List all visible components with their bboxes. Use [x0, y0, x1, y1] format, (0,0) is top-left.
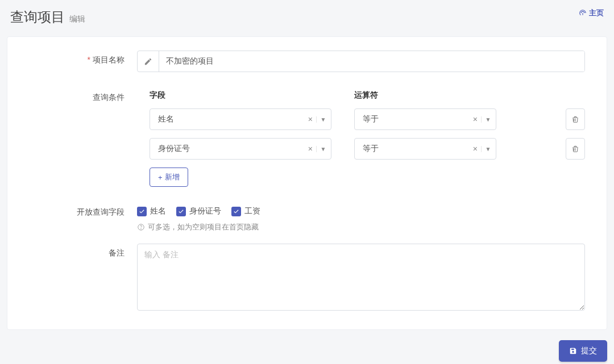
clear-icon[interactable]: × [306, 144, 315, 153]
trash-icon [571, 145, 579, 153]
plus-icon: + [158, 173, 163, 182]
row-project-name: *项目名称 [23, 51, 591, 72]
clear-icon[interactable]: × [471, 115, 480, 124]
label-conditions: 查询条件 [23, 88, 137, 187]
condition-row: 姓名 × ▼ 等于 × ▼ [137, 108, 585, 130]
dashboard-icon [579, 9, 587, 17]
open-fields-hint: 可多选，如为空则项目在首页隐藏 [137, 222, 585, 232]
project-name-input[interactable] [159, 51, 584, 72]
header-field: 字段 [150, 90, 354, 101]
trash-icon [571, 115, 579, 123]
add-condition-button[interactable]: + 新增 [150, 168, 188, 187]
label-remark: 备注 [23, 244, 137, 312]
project-name-input-group [137, 51, 585, 72]
required-mark: * [88, 55, 90, 64]
form-footer: 提交 [0, 330, 614, 362]
form-card: *项目名称 查询条件 字段 运算符 姓名 × ▼ [7, 36, 607, 330]
remark-textarea[interactable] [137, 244, 585, 311]
chevron-down-icon[interactable]: ▼ [481, 146, 491, 152]
help-icon [137, 223, 145, 231]
check-icon [139, 208, 145, 215]
field-select[interactable]: 姓名 × ▼ [150, 108, 331, 130]
save-icon [569, 347, 577, 355]
checkbox-name[interactable]: 姓名 [137, 206, 166, 216]
checkbox-salary[interactable]: 工资 [231, 206, 260, 216]
breadcrumb-home-label: 主页 [589, 8, 604, 18]
row-remark: 备注 [23, 244, 591, 312]
svg-point-1 [141, 229, 142, 229]
page-title: 查询项目 [10, 8, 65, 26]
check-icon [233, 208, 239, 215]
open-fields-checkbox-group: 姓名 身份证号 工资 [137, 203, 585, 216]
operator-select[interactable]: 等于 × ▼ [354, 138, 496, 160]
clear-icon[interactable]: × [306, 115, 315, 124]
checkbox-idcard[interactable]: 身份证号 [176, 206, 221, 216]
delete-condition-button[interactable] [566, 108, 585, 130]
label-project-name: *项目名称 [23, 51, 137, 72]
chevron-down-icon[interactable]: ▼ [316, 146, 326, 152]
submit-button[interactable]: 提交 [559, 340, 607, 362]
condition-row: 身份证号 × ▼ 等于 × ▼ [137, 138, 585, 160]
header-op: 运算符 [354, 90, 585, 101]
page-header: 查询项目 编辑 主页 [0, 0, 614, 36]
check-icon [178, 208, 184, 215]
conditions-header: 字段 运算符 [137, 88, 585, 108]
field-select[interactable]: 身份证号 × ▼ [150, 138, 331, 160]
breadcrumb-home[interactable]: 主页 [579, 8, 604, 18]
page-subtitle: 编辑 [69, 14, 85, 24]
row-conditions: 查询条件 字段 运算符 姓名 × ▼ 等于 × ▼ [23, 88, 591, 187]
chevron-down-icon[interactable]: ▼ [316, 116, 326, 123]
delete-condition-button[interactable] [566, 138, 585, 160]
chevron-down-icon[interactable]: ▼ [481, 116, 491, 123]
clear-icon[interactable]: × [471, 144, 480, 153]
row-open-fields: 开放查询字段 姓名 身份证号 工资 可多选，如为空则项目在首页隐藏 [23, 203, 591, 232]
label-open-fields: 开放查询字段 [23, 203, 137, 232]
operator-select[interactable]: 等于 × ▼ [354, 108, 496, 130]
pencil-icon [138, 51, 159, 72]
